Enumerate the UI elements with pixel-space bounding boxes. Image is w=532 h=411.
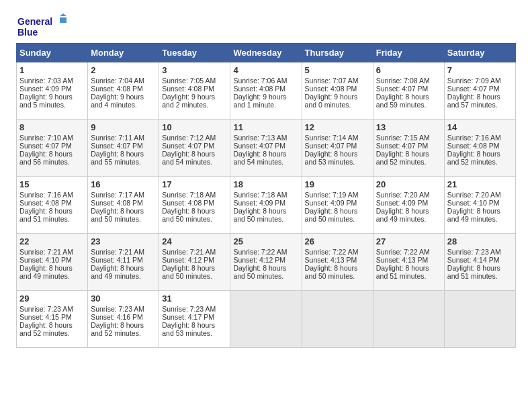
calendar-cell: 1Sunrise: 7:03 AMSunset: 4:09 PMDaylight… [17,62,88,120]
daylight: Daylight: 8 hours and 49 minutes. [447,207,500,223]
header-tuesday: Tuesday [159,44,230,62]
calendar-cell: 7Sunrise: 7:09 AMSunset: 4:07 PMDaylight… [444,62,515,120]
calendar-cell: 20Sunrise: 7:20 AMSunset: 4:09 PMDayligh… [373,177,444,234]
day-number: 12 [305,122,370,132]
sunrise: Sunrise: 7:05 AM [162,77,216,85]
sunrise: Sunrise: 7:23 AM [19,305,73,313]
daylight: Daylight: 8 hours and 49 minutes. [19,264,73,280]
sunset: Sunset: 4:08 PM [91,85,143,93]
sunrise: Sunrise: 7:20 AM [447,191,501,199]
day-number: 10 [162,122,227,132]
daylight: Daylight: 8 hours and 50 minutes. [305,207,358,223]
day-number: 21 [447,179,513,189]
daylight: Daylight: 8 hours and 53 minutes. [162,321,215,337]
calendar-week-row: 15Sunrise: 7:16 AMSunset: 4:08 PMDayligh… [17,177,516,234]
sunrise: Sunrise: 7:14 AM [305,134,359,142]
calendar-week-row: 22Sunrise: 7:21 AMSunset: 4:10 PMDayligh… [17,234,516,291]
sunrise: Sunrise: 7:16 AM [19,191,73,199]
daylight: Daylight: 8 hours and 53 minutes. [305,150,358,166]
sunset: Sunset: 4:09 PM [233,199,285,207]
sunset: Sunset: 4:08 PM [447,142,500,150]
daylight: Daylight: 8 hours and 50 minutes. [233,264,286,280]
daylight: Daylight: 8 hours and 56 minutes. [19,150,73,166]
calendar-cell [230,291,302,348]
sunset: Sunset: 4:17 PM [162,313,214,321]
daylight: Daylight: 8 hours and 55 minutes. [91,150,144,166]
day-number: 22 [19,236,85,246]
calendar-cell: 8Sunrise: 7:10 AMSunset: 4:07 PMDaylight… [17,120,88,177]
sunrise: Sunrise: 7:22 AM [233,248,287,256]
calendar-cell: 28Sunrise: 7:23 AMSunset: 4:14 PMDayligh… [444,234,515,291]
day-number: 5 [305,65,370,75]
calendar-cell: 26Sunrise: 7:22 AMSunset: 4:13 PMDayligh… [302,234,373,291]
day-number: 13 [376,122,441,132]
calendar-cell [444,291,515,348]
header-sunday: Sunday [17,44,88,62]
svg-rect-3 [60,17,66,23]
logo: General Blue [16,13,70,40]
sunset: Sunset: 4:08 PM [19,199,72,207]
sunset: Sunset: 4:08 PM [162,85,214,93]
calendar-cell: 13Sunrise: 7:15 AMSunset: 4:07 PMDayligh… [373,120,444,177]
day-number: 14 [447,122,513,132]
calendar-table: SundayMondayTuesdayWednesdayThursdayFrid… [16,43,516,348]
calendar-cell: 23Sunrise: 7:21 AMSunset: 4:11 PMDayligh… [88,234,159,291]
day-number: 26 [305,236,370,246]
calendar-cell: 10Sunrise: 7:12 AMSunset: 4:07 PMDayligh… [159,120,230,177]
sunrise: Sunrise: 7:10 AM [19,134,73,142]
calendar-cell: 9Sunrise: 7:11 AMSunset: 4:07 PMDaylight… [88,120,159,177]
calendar-cell: 14Sunrise: 7:16 AMSunset: 4:08 PMDayligh… [444,120,515,177]
sunrise: Sunrise: 7:18 AM [233,191,287,199]
sunset: Sunset: 4:07 PM [19,142,72,150]
header-monday: Monday [88,44,159,62]
day-number: 20 [376,179,441,189]
calendar-cell: 27Sunrise: 7:22 AMSunset: 4:13 PMDayligh… [373,234,444,291]
sunset: Sunset: 4:10 PM [19,256,72,264]
daylight: Daylight: 8 hours and 52 minutes. [19,321,73,337]
sunrise: Sunrise: 7:20 AM [376,191,430,199]
calendar-cell: 29Sunrise: 7:23 AMSunset: 4:15 PMDayligh… [17,291,88,348]
daylight: Daylight: 8 hours and 50 minutes. [233,207,286,223]
calendar-cell: 6Sunrise: 7:08 AMSunset: 4:07 PMDaylight… [373,62,444,120]
sunset: Sunset: 4:07 PM [305,142,357,150]
day-number: 23 [91,236,156,246]
header-thursday: Thursday [302,44,373,62]
daylight: Daylight: 8 hours and 50 minutes. [305,264,358,280]
calendar-cell [302,291,373,348]
day-number: 6 [376,65,441,75]
sunset: Sunset: 4:08 PM [233,85,285,93]
day-number: 17 [162,179,227,189]
calendar-cell: 4Sunrise: 7:06 AMSunset: 4:08 PMDaylight… [230,62,302,120]
daylight: Daylight: 8 hours and 52 minutes. [91,321,144,337]
daylight: Daylight: 9 hours and 1 minute. [233,93,286,109]
calendar-cell: 12Sunrise: 7:14 AMSunset: 4:07 PMDayligh… [302,120,373,177]
calendar-week-row: 8Sunrise: 7:10 AMSunset: 4:07 PMDaylight… [17,120,516,177]
sunset: Sunset: 4:09 PM [376,199,429,207]
daylight: Daylight: 8 hours and 51 minutes. [447,264,500,280]
calendar-cell: 22Sunrise: 7:21 AMSunset: 4:10 PMDayligh… [17,234,88,291]
sunset: Sunset: 4:07 PM [162,142,214,150]
daylight: Daylight: 8 hours and 57 minutes. [447,93,500,109]
day-number: 18 [233,179,298,189]
daylight: Daylight: 8 hours and 59 minutes. [376,93,429,109]
day-number: 9 [91,122,156,132]
calendar-cell: 15Sunrise: 7:16 AMSunset: 4:08 PMDayligh… [17,177,88,234]
sunrise: Sunrise: 7:16 AM [447,134,501,142]
day-number: 24 [162,236,227,246]
daylight: Daylight: 8 hours and 52 minutes. [447,150,500,166]
calendar-cell: 3Sunrise: 7:05 AMSunset: 4:08 PMDaylight… [159,62,230,120]
calendar-cell: 17Sunrise: 7:18 AMSunset: 4:08 PMDayligh… [159,177,230,234]
sunrise: Sunrise: 7:04 AM [91,77,144,85]
daylight: Daylight: 8 hours and 51 minutes. [19,207,73,223]
sunrise: Sunrise: 7:06 AM [233,77,287,85]
calendar-cell: 24Sunrise: 7:21 AMSunset: 4:12 PMDayligh… [159,234,230,291]
sunrise: Sunrise: 7:08 AM [376,77,430,85]
sunset: Sunset: 4:07 PM [91,142,143,150]
daylight: Daylight: 8 hours and 49 minutes. [91,264,144,280]
day-number: 30 [91,293,156,304]
sunrise: Sunrise: 7:21 AM [19,248,73,256]
sunrise: Sunrise: 7:22 AM [305,248,359,256]
daylight: Daylight: 8 hours and 51 minutes. [376,264,429,280]
sunset: Sunset: 4:09 PM [305,199,357,207]
sunset: Sunset: 4:07 PM [376,85,429,93]
